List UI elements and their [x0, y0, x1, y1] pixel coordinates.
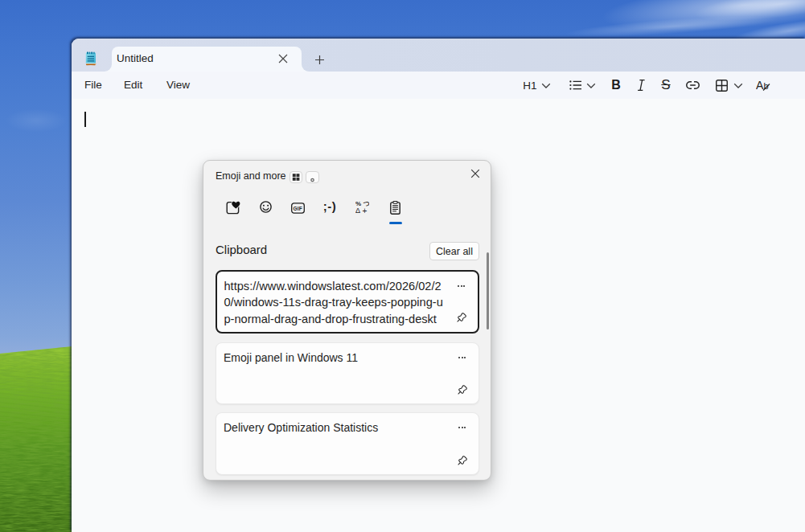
svg-text:Δ: Δ	[355, 207, 360, 214]
svg-text:+: +	[362, 207, 367, 215]
svg-text:A: A	[756, 79, 764, 92]
svg-text:GIF: GIF	[293, 206, 302, 211]
